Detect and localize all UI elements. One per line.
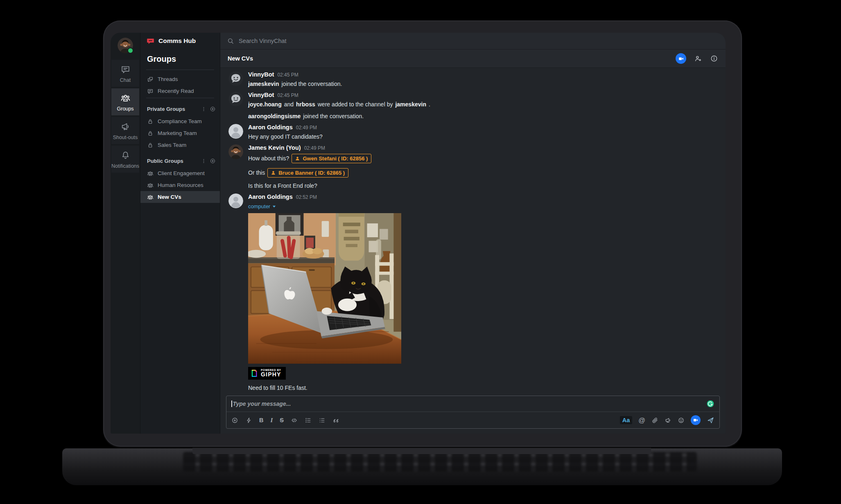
- quick-reply[interactable]: [245, 417, 252, 424]
- message-text: Hey any good IT candidates?: [248, 133, 323, 140]
- message-author[interactable]: Aaron Goldings: [248, 124, 293, 130]
- gif-cat-typing-on-laptop[interactable]: [248, 213, 401, 364]
- message-author[interactable]: James Kevin (You): [248, 144, 301, 151]
- message-author[interactable]: VinnyBot: [248, 71, 274, 78]
- message-text: hrboss: [296, 101, 315, 108]
- message-line: Hey any good IT candidates?: [248, 133, 717, 140]
- message-avatar-bot[interactable]: [228, 71, 243, 86]
- emoji-picker[interactable]: [678, 417, 685, 424]
- message-avatar-placeholder[interactable]: [228, 124, 243, 139]
- online-status-dot: [127, 47, 133, 54]
- message-line: Or this Bruce Banner ( ID: 62865 ): [248, 168, 717, 178]
- group-item-client-engagement[interactable]: Client Engagement: [140, 167, 220, 179]
- sidebar-item-chat[interactable]: Chat: [111, 60, 139, 87]
- sidebar-item-groups[interactable]: Groups: [111, 88, 139, 115]
- sidebar-item-notifications[interactable]: Notifications: [111, 146, 139, 173]
- panel-item-label: Recently Read: [158, 88, 194, 94]
- megaphone-icon: [120, 122, 131, 132]
- message-text: joined the conversation.: [282, 81, 342, 88]
- message: Aaron Goldings02:52 PMcomputer: [220, 194, 726, 392]
- sidebar-item-shout-outs[interactable]: Shout-outs: [111, 117, 139, 144]
- candidate-badge[interactable]: Bruce Banner ( ID: 62865 ): [267, 168, 348, 178]
- bullet-list[interactable]: [319, 417, 326, 424]
- group-item-compliance-team[interactable]: Compliance Team: [140, 115, 220, 127]
- lock-icon: [147, 130, 154, 137]
- message: VinnyBot02:45 PMjameskevin joined the co…: [220, 71, 726, 88]
- create-private-group[interactable]: [210, 106, 216, 112]
- chat-main: Search VinnyChat New CVs VinnyBot02:45 P…: [220, 33, 726, 434]
- laptop-screen-bezel: ChatGroupsShout-outsNotifications Comms …: [103, 20, 742, 447]
- search-icon: [227, 37, 234, 45]
- shout-out[interactable]: [665, 417, 671, 424]
- italic[interactable]: I: [270, 417, 273, 424]
- mention[interactable]: @: [638, 416, 645, 424]
- message-line: How about this? Gwen Stefani ( ID: 62856…: [248, 154, 717, 163]
- message-avatar-bot[interactable]: [228, 92, 243, 106]
- message-line: joyce.hoang and hrboss were added to the…: [248, 101, 717, 108]
- create-public-group[interactable]: [210, 158, 216, 164]
- message-text: joyce.hoang: [248, 101, 282, 108]
- message-author[interactable]: VinnyBot: [248, 92, 274, 98]
- message-input-placeholder: Type your message...: [233, 400, 707, 407]
- user-avatar[interactable]: [118, 38, 133, 53]
- group-item-human-resources[interactable]: Human Resources: [140, 179, 220, 191]
- panel-item-recently-read[interactable]: Recently Read: [140, 85, 220, 97]
- public-groups-menu[interactable]: [201, 158, 207, 164]
- message-avatar-photo[interactable]: [228, 144, 243, 159]
- text-caret: [231, 400, 232, 407]
- message-text: jameskevin: [395, 101, 426, 108]
- message-text: joined the conversation.: [303, 113, 364, 120]
- section-title: Public Groups: [147, 158, 198, 164]
- ordered-list[interactable]: [305, 417, 312, 424]
- strikethrough[interactable]: S: [280, 417, 284, 423]
- laptop-mockup-scene: ChatGroupsShout-outsNotifications Comms …: [0, 0, 841, 504]
- groups-panel: Comms Hub Groups ThreadsRecently Read Pr…: [140, 33, 220, 434]
- send-message[interactable]: [707, 416, 714, 424]
- gif-keyword-link[interactable]: computer: [248, 203, 276, 210]
- group-item-new-cvs[interactable]: New CVs: [140, 191, 220, 203]
- nav-items: ChatGroupsShout-outsNotifications: [111, 60, 139, 174]
- message-text: .: [429, 101, 430, 108]
- panel-sections: Private GroupsCompliance TeamMarketing T…: [140, 99, 220, 203]
- groups-icon: [147, 194, 154, 200]
- message-avatar-placeholder[interactable]: [228, 194, 243, 208]
- message-composer: Type your message... BIS Aa@: [226, 396, 720, 429]
- message-text: and: [284, 101, 294, 108]
- video-message[interactable]: [691, 415, 701, 425]
- panel-item-threads[interactable]: Threads: [140, 73, 220, 85]
- group-item-marketing-team[interactable]: Marketing Team: [140, 127, 220, 139]
- attach-file[interactable]: [651, 417, 658, 424]
- message-timestamp: 02:45 PM: [277, 72, 298, 78]
- blockquote[interactable]: [332, 417, 339, 424]
- group-item-label: Marketing Team: [158, 130, 197, 136]
- sidebar-item-label: Chat: [120, 77, 131, 83]
- candidate-badge-label: Gwen Stefani ( ID: 62856 ): [303, 155, 368, 162]
- brand-header[interactable]: Comms Hub: [140, 33, 220, 49]
- search-placeholder: Search VinnyChat: [239, 38, 287, 44]
- bold[interactable]: B: [259, 417, 263, 423]
- message-author[interactable]: Aaron Goldings: [248, 194, 293, 200]
- message-timestamp: 02:45 PM: [277, 92, 298, 98]
- message-line: computer: [248, 203, 717, 210]
- channel-info[interactable]: [710, 54, 718, 63]
- video-call[interactable]: [676, 53, 686, 64]
- sidebar-item-label: Groups: [117, 106, 134, 112]
- message-header: Aaron Goldings02:49 PM: [248, 124, 717, 131]
- add-action[interactable]: [231, 417, 238, 424]
- code[interactable]: [291, 417, 298, 424]
- giphy-text: POWERED BYGIPHY: [261, 369, 281, 378]
- group-item-label: Compliance Team: [158, 118, 202, 124]
- add-members[interactable]: [694, 54, 702, 63]
- text-format[interactable]: Aa: [620, 416, 633, 424]
- grammarly-icon[interactable]: [706, 400, 714, 408]
- group-item-sales-team[interactable]: Sales Team: [140, 139, 220, 151]
- message-text: were added to the channel by: [318, 101, 393, 108]
- lock-icon: [147, 118, 154, 125]
- message-list: VinnyBot02:45 PMjameskevin joined the co…: [220, 68, 726, 396]
- message: VinnyBot02:45 PMjoyce.hoang and hrboss w…: [220, 92, 726, 120]
- private-groups-menu[interactable]: [201, 106, 207, 112]
- search-bar[interactable]: Search VinnyChat: [220, 33, 726, 50]
- candidate-badge-label: Bruce Banner ( ID: 62865 ): [278, 169, 345, 176]
- candidate-badge[interactable]: Gwen Stefani ( ID: 62856 ): [292, 154, 371, 163]
- message-input[interactable]: Type your message...: [226, 396, 719, 412]
